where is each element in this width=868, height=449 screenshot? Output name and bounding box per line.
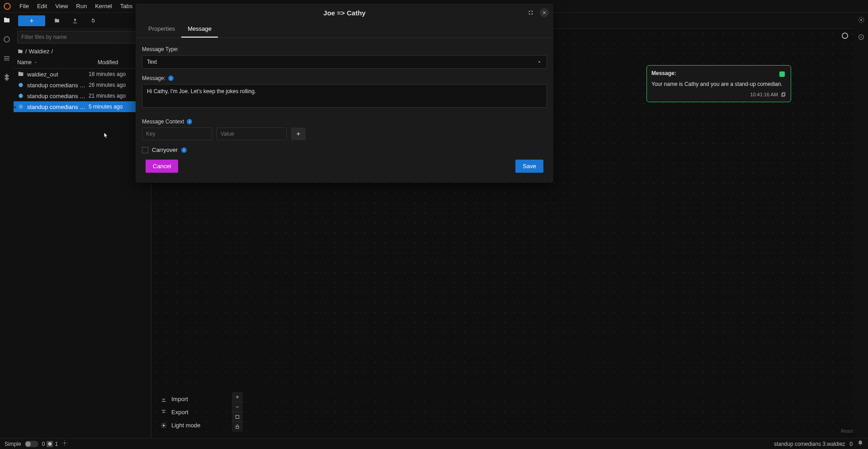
context-value-input[interactable] — [217, 128, 287, 140]
zoom-in-button[interactable] — [232, 392, 243, 402]
modal-title: Joe => Cathy — [323, 9, 365, 17]
menu-file[interactable]: File — [15, 3, 33, 9]
file-list-header: Name Modified — [0, 57, 151, 69]
menu-edit[interactable]: Edit — [33, 3, 51, 9]
label-message: Message:i — [142, 75, 547, 81]
kernel-indicator[interactable]: ⬢ — [47, 441, 53, 447]
zoom-out-button[interactable] — [232, 402, 243, 412]
modal-header: Joe => Cathy — [136, 4, 553, 22]
file-browser: / Waldiez / Name Modified waldiez_out18 … — [0, 29, 151, 438]
carryover-checkbox[interactable] — [142, 147, 148, 153]
rail-extensions-icon[interactable] — [3, 73, 11, 83]
canvas-lightmode[interactable]: Light mode — [156, 419, 228, 432]
breadcrumb-folder[interactable]: Waldiez — [29, 48, 50, 55]
canvas-export[interactable]: Export — [156, 406, 228, 419]
file-filter-input[interactable] — [17, 31, 147, 43]
waldiez-file-icon — [17, 103, 24, 110]
carryover-label: Carryover — [152, 147, 178, 153]
svg-point-0 — [4, 3, 10, 9]
node-title-label: Message: — [651, 70, 676, 76]
breadcrumb[interactable]: / Waldiez / — [0, 46, 151, 57]
save-button[interactable]: Save — [515, 160, 543, 173]
file-name: standup comedians 1.waldiez — [27, 82, 89, 89]
rail-running-icon[interactable] — [3, 35, 11, 45]
label-message-context: Message Contexti — [142, 118, 547, 125]
status-mode-label: Simple — [5, 441, 21, 447]
menu-run[interactable]: Run — [72, 3, 91, 9]
canvas-toolbar: Import Export Light mode — [156, 392, 228, 432]
new-folder-button[interactable] — [51, 15, 63, 26]
message-type-select[interactable]: Text — [142, 55, 547, 69]
chevron-down-icon — [537, 59, 542, 65]
svg-point-9 — [163, 424, 165, 426]
right-rail — [854, 13, 868, 438]
context-add-button[interactable] — [291, 128, 306, 140]
tab-properties[interactable]: Properties — [142, 22, 181, 38]
svg-point-14 — [861, 37, 862, 38]
modal-close-button[interactable] — [540, 8, 549, 17]
svg-point-15 — [64, 442, 66, 444]
dirty-dot: ● — [14, 104, 16, 109]
breadcrumb-sep: / — [51, 48, 53, 55]
new-launcher-button[interactable] — [18, 15, 45, 26]
rail-toc-icon[interactable] — [3, 54, 11, 64]
info-icon[interactable]: i — [187, 119, 192, 124]
file-row[interactable]: standup comedians 1.waldiez26 minutes ag… — [0, 80, 151, 90]
rail-gear-icon[interactable] — [858, 16, 865, 25]
canvas-import[interactable]: Import — [156, 392, 228, 406]
file-filter — [17, 31, 147, 43]
fit-view-button[interactable] — [232, 412, 243, 422]
menu-tabs[interactable]: Tabs — [116, 3, 137, 9]
rail-files-icon[interactable] — [3, 16, 11, 26]
svg-rect-11 — [236, 426, 239, 429]
file-name: waldiez_out — [27, 71, 89, 78]
kernel-status-icon — [842, 33, 848, 39]
menu-kernel[interactable]: Kernel — [91, 3, 116, 9]
label-message-type: Message Type: — [142, 46, 547, 52]
sort-asc-icon — [33, 60, 38, 65]
context-key-input[interactable] — [142, 128, 212, 140]
status-left-num: 0 — [42, 441, 45, 447]
folder-icon — [17, 71, 24, 78]
node-body: Your name is Cathy and you are a stand-u… — [651, 81, 786, 87]
col-name[interactable]: Name — [17, 59, 98, 66]
svg-point-12 — [860, 19, 862, 21]
status-bar: Simple 0 ⬢ 1 standup comedians 3.waldiez… — [0, 438, 868, 449]
info-icon[interactable]: i — [168, 76, 174, 81]
tab-message[interactable]: Message — [181, 22, 218, 38]
status-filename: standup comedians 3.waldiez — [774, 441, 845, 447]
rail-settings-icon[interactable] — [858, 33, 865, 43]
svg-rect-10 — [236, 415, 239, 418]
context-row — [142, 128, 547, 140]
message-textarea[interactable] — [142, 84, 547, 108]
svg-point-3 — [19, 83, 23, 87]
status-gear-icon[interactable] — [61, 440, 68, 448]
flow-node-cathy[interactable]: Message: Your name is Cathy and you are … — [646, 65, 791, 102]
file-row[interactable]: ●standup comedians 3.waldiez5 minutes ag… — [0, 101, 151, 112]
message-type-value: Text — [147, 59, 157, 65]
file-row[interactable]: waldiez_out18 minutes ago — [0, 69, 151, 80]
agent-chip-icon — [778, 70, 786, 78]
jupyter-logo — [4, 3, 11, 10]
carryover-row: Carryover i — [142, 147, 547, 153]
svg-rect-8 — [782, 94, 784, 97]
copy-icon[interactable] — [781, 92, 786, 97]
breadcrumb-root[interactable]: / — [25, 48, 27, 55]
svg-point-4 — [19, 94, 23, 98]
file-name: standup comedians 3.waldiez — [27, 104, 89, 110]
lock-button[interactable] — [232, 422, 243, 432]
file-row[interactable]: standup comedians 2.waldiez21 minutes ag… — [0, 90, 151, 101]
notifications-icon[interactable] — [857, 440, 863, 448]
svg-point-1 — [4, 37, 9, 42]
svg-rect-7 — [783, 93, 785, 96]
waldiez-file-icon — [17, 81, 24, 89]
cancel-button[interactable]: Cancel — [146, 160, 178, 173]
status-kernel-num: 1 — [55, 441, 58, 447]
menu-view[interactable]: View — [51, 3, 72, 9]
refresh-button[interactable] — [87, 15, 99, 26]
modal-fullscreen-button[interactable] — [526, 8, 535, 17]
svg-rect-6 — [779, 71, 785, 77]
upload-button[interactable] — [69, 15, 81, 26]
mode-toggle[interactable] — [25, 441, 38, 447]
info-icon[interactable]: i — [181, 147, 187, 153]
